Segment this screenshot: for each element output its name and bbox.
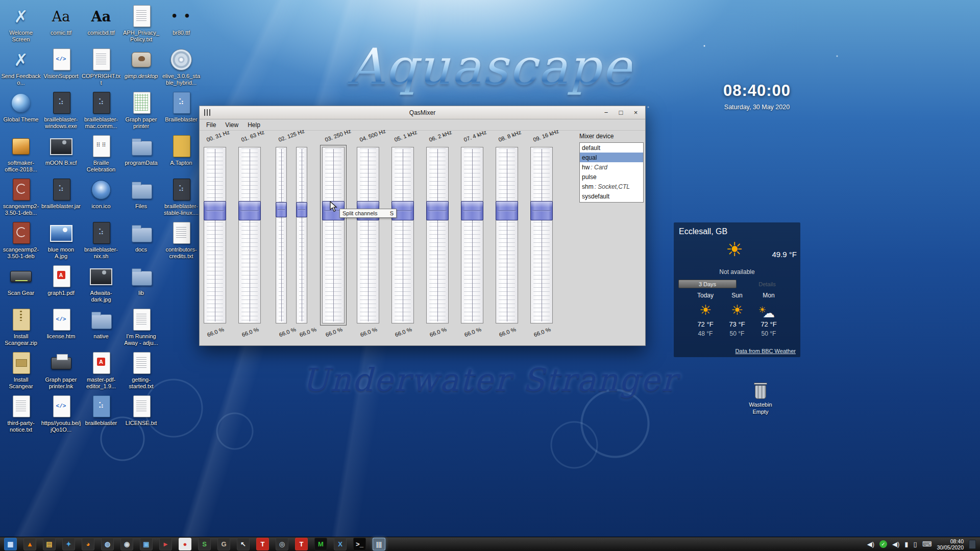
- mixer-volume-icon[interactable]: ◀): [892, 541, 899, 547]
- desktop-icon-brailleblaster-jar[interactable]: brailleblaster.jar: [41, 178, 81, 210]
- slider-handle[interactable]: [296, 202, 307, 217]
- desktop-icon-third-party-notice-txt[interactable]: third-party-notice.txt: [1, 394, 41, 433]
- slider-handle[interactable]: [238, 201, 261, 220]
- close-button[interactable]: ×: [628, 107, 643, 118]
- taskbar-pointer-tool-icon[interactable]: ↖: [237, 538, 250, 550]
- menu-help[interactable]: Help: [243, 120, 265, 130]
- device-option-default[interactable]: default: [580, 143, 643, 153]
- desktop-icon-scangearmp2-3-50-1-deb[interactable]: scangearmp2-3.50-1-deb...: [1, 178, 41, 216]
- slider-track[interactable]: [357, 147, 379, 323]
- device-option-equal[interactable]: equal: [580, 153, 643, 162]
- minimize-button[interactable]: −: [599, 107, 614, 118]
- volume-slider[interactable]: 66.0 %: [357, 147, 379, 323]
- volume-slider[interactable]: 66.0 %: [461, 147, 483, 323]
- slider-handle[interactable]: [426, 201, 449, 220]
- desktop-icon-lib[interactable]: lib: [121, 264, 161, 296]
- desktop-icon-graph-paper-printer[interactable]: Graph paper printer: [121, 91, 161, 130]
- desktop-icon-scangearmp2-3-50-1-deb[interactable]: scangearmp2-3.50-1-deb: [1, 221, 41, 260]
- desktop-icon-license-txt[interactable]: LICENSE.txt: [121, 394, 161, 427]
- volume-slider[interactable]: 66.0 %: [276, 147, 287, 323]
- taskbar-xterm-icon[interactable]: X: [334, 538, 347, 550]
- slider-track[interactable]: [322, 147, 345, 323]
- desktop-icon-brailleblaster-stable-linux[interactable]: brailleblaster-stable-linux....: [161, 178, 201, 216]
- desktop-icon-icon-ico[interactable]: icon.ico: [81, 178, 121, 210]
- desktop-icon-install-scangear-zip[interactable]: Install Scangear.zip: [1, 308, 41, 346]
- volume-slider[interactable]: 66.0 %: [426, 147, 449, 323]
- maximize-button[interactable]: □: [614, 107, 628, 118]
- desktop-icon-moon-b-xcf[interactable]: mOON B.xcf: [41, 134, 81, 166]
- desktop-icon-master-pdf-editor-1-9[interactable]: master-pdf-editor_1.9...: [81, 351, 121, 390]
- keybo​ard-layout-icon[interactable]: ⌨: [922, 541, 932, 547]
- desktop-icon-global-theme[interactable]: Global Theme: [1, 91, 41, 123]
- display-icon[interactable]: ▮: [904, 541, 908, 547]
- taskbar-chat-icon[interactable]: ✦: [62, 538, 75, 550]
- desktop-icon-contributors-credits-txt[interactable]: contributors-credits.txt: [161, 221, 201, 260]
- slider-track[interactable]: [391, 147, 414, 323]
- device-option-pulse[interactable]: pulse: [580, 172, 643, 182]
- tray-clock[interactable]: 08:40 30/05/2020: [937, 538, 964, 550]
- desktop-icon-visionsupport[interactable]: VisionSupport: [41, 47, 81, 80]
- desktop-icon-elive-3-0-6-stable-hybrid[interactable]: elive_3.0.6_stable_hybrid...: [161, 47, 201, 86]
- taskbar-web-browser-icon[interactable]: ◍: [101, 538, 114, 550]
- volume-slider[interactable]: 66.0 %: [238, 147, 261, 323]
- slider-handle[interactable]: [496, 201, 518, 220]
- slider-track[interactable]: [296, 147, 307, 323]
- device-option-sysdefault[interactable]: sysdefault: [580, 191, 643, 201]
- taskbar-text-editor-2-icon[interactable]: T: [295, 538, 308, 550]
- desktop-icon-comicbd-ttf[interactable]: comicbd.ttf: [81, 4, 121, 36]
- desktop-icon-docs[interactable]: docs: [121, 221, 161, 253]
- device-option-shm[interactable]: shm : Socket,CTL: [580, 182, 643, 191]
- slider-track[interactable]: [461, 147, 483, 323]
- desktop-icon-br80-ttf[interactable]: br80.ttf: [161, 4, 201, 36]
- volume-slider[interactable]: 66.0 %: [530, 147, 553, 323]
- desktop-icon-programdata[interactable]: programData: [121, 134, 161, 166]
- desktop-icon-brailleblaster[interactable]: brailleblaster: [81, 394, 121, 427]
- taskbar-gimp-icon[interactable]: G: [217, 538, 230, 550]
- desktop-icon-https-youtu-be-jjqo1o[interactable]: https//youtu.be/jjQo1O...: [41, 394, 81, 433]
- taskbar-file-manager-icon[interactable]: ▤: [43, 538, 56, 550]
- desktop-icon-copyright-txt[interactable]: COPYRIGHT.txt: [81, 47, 121, 86]
- desktop-icon-welcome-screen[interactable]: Welcome Screen: [1, 4, 41, 43]
- volume-slider[interactable]: 66.0 %: [204, 147, 226, 323]
- slider-handle[interactable]: [461, 201, 483, 220]
- slider-track[interactable]: [426, 147, 449, 323]
- desktop-icon-files[interactable]: Files: [121, 178, 161, 210]
- tab-details[interactable]: Details: [739, 280, 796, 288]
- taskbar-screenshot-icon[interactable]: ◉: [120, 538, 133, 550]
- desktop-icon-graph-paper-printer-lnk[interactable]: Graph paper printer.lnk: [41, 351, 81, 390]
- taskbar-messenger-icon[interactable]: S: [198, 538, 211, 550]
- taskbar-vlc-icon[interactable]: ▲: [23, 538, 36, 550]
- desktop-icon-install-scangear[interactable]: Install Scangear: [1, 351, 41, 390]
- slider-track[interactable]: [238, 147, 261, 323]
- desktop-icon-native[interactable]: native: [81, 308, 121, 340]
- wastebin[interactable]: Wastebin Empty: [739, 383, 782, 415]
- desktop-icon-send-feedback-o[interactable]: Send Feedback o...: [1, 47, 41, 86]
- desktop-icon-brailleblaster-windows-exe[interactable]: brailleblaster-windows.exe: [41, 91, 81, 130]
- taskbar-app-menu-icon[interactable]: ▦: [4, 538, 17, 550]
- desktop-icon-braille-celebration[interactable]: Braille Celebration: [81, 134, 121, 173]
- slider-handle[interactable]: [204, 201, 226, 220]
- slider-handle[interactable]: [530, 201, 553, 220]
- desktop-icon-i-m-running-away-adju[interactable]: I'm Running Away - adju...: [121, 308, 161, 346]
- taskbar-media-player-icon[interactable]: ►: [159, 538, 172, 550]
- taskbar-firefox-icon[interactable]: ◕: [82, 538, 94, 550]
- desktop-icon-license-htm[interactable]: license.htm: [41, 308, 81, 340]
- desktop-icon-getting-started-txt[interactable]: getting-started.txt: [121, 351, 161, 390]
- volume-icon[interactable]: ◀): [867, 541, 874, 547]
- taskbar-search-tool-icon[interactable]: ◎: [276, 538, 288, 550]
- tab-3-days[interactable]: 3 Days: [678, 280, 737, 288]
- desktop-icon-comic-ttf[interactable]: comic.ttf: [41, 4, 81, 36]
- desktop-icon-graph1-pdf[interactable]: graph1.pdf: [41, 264, 81, 296]
- desktop-icon-softmaker-office-2018[interactable]: softmaker-office-2018...: [1, 134, 41, 173]
- slider-track[interactable]: [496, 147, 518, 323]
- menu-view[interactable]: View: [220, 120, 243, 130]
- volume-slider[interactable]: 66.0 %: [296, 147, 307, 323]
- device-option-hw[interactable]: hw : Card: [580, 162, 643, 172]
- slider-track[interactable]: [204, 147, 226, 323]
- show-desktop-icon[interactable]: [969, 540, 976, 549]
- desktop-icon-brailleblaster-mac-comm[interactable]: brailleblaster-mac.comm...: [81, 91, 121, 130]
- slider-handle[interactable]: [276, 202, 287, 217]
- taskbar-input-method-icon[interactable]: ●: [179, 538, 191, 550]
- desktop-icon-brailleblaster[interactable]: Brailleblaster: [161, 91, 201, 123]
- titlebar[interactable]: QasMixer − □ ×: [200, 106, 645, 119]
